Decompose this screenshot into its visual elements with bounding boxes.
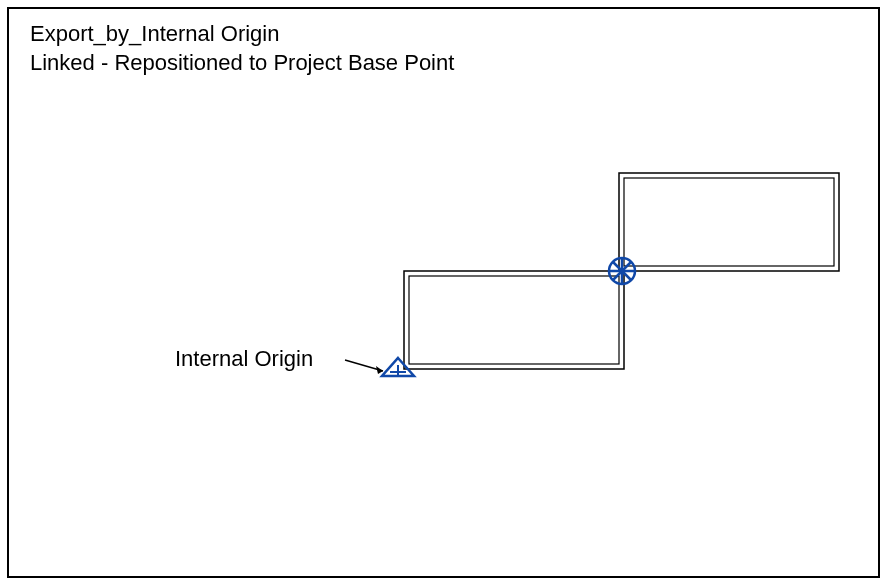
project-base-point-icon xyxy=(609,258,635,284)
svg-rect-0 xyxy=(404,271,624,369)
leader-arrow xyxy=(345,360,383,374)
svg-rect-2 xyxy=(619,173,839,271)
lower-room xyxy=(404,271,624,369)
upper-room xyxy=(619,173,839,271)
diagram-svg xyxy=(0,0,887,585)
internal-origin-label: Internal Origin xyxy=(175,346,313,372)
drawing-area: Internal Origin xyxy=(0,0,887,585)
svg-rect-1 xyxy=(409,276,619,364)
svg-rect-3 xyxy=(624,178,834,266)
